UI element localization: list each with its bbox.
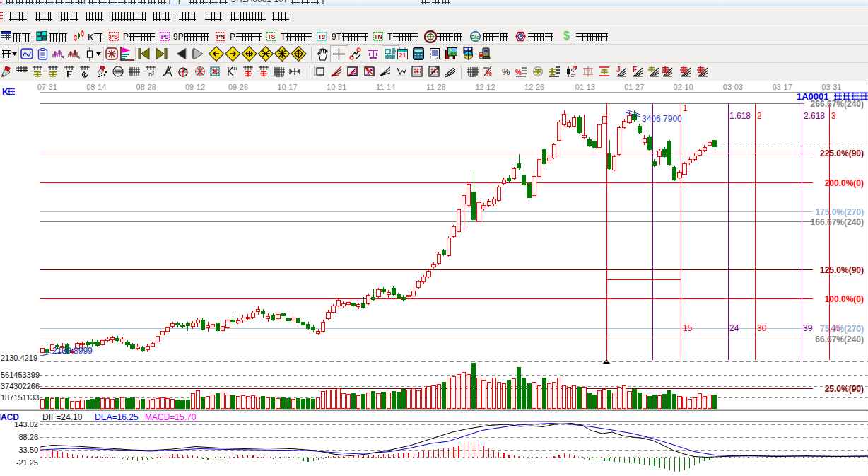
svg-text:Big: Big <box>471 34 480 40</box>
svg-text:1.618: 1.618 <box>729 111 751 121</box>
svg-text:01-27: 01-27 <box>624 83 644 91</box>
svg-text:%: % <box>515 69 522 76</box>
svg-text:10-31: 10-31 <box>327 83 346 91</box>
svg-text:09-12: 09-12 <box>185 83 205 91</box>
svg-text:%: % <box>486 69 492 77</box>
svg-text:75.0%(270): 75.0%(270) <box>820 324 864 334</box>
svg-text:11-28: 11-28 <box>426 83 445 91</box>
svg-text:03-03: 03-03 <box>723 83 743 91</box>
svg-text:2: 2 <box>757 111 762 121</box>
svg-text:3: 3 <box>61 55 64 60</box>
svg-text:09-26: 09-26 <box>228 83 248 91</box>
svg-text:PN: PN <box>216 33 225 40</box>
svg-text:39: 39 <box>803 323 813 333</box>
svg-text:88.26: 88.26 <box>18 433 38 441</box>
svg-text:08-14: 08-14 <box>86 83 106 91</box>
svg-text:DIF=24.10: DIF=24.10 <box>42 412 83 422</box>
svg-text:PS: PS <box>110 33 118 40</box>
svg-text:175.0%(270): 175.0%(270) <box>815 207 864 217</box>
svg-text:123: 123 <box>469 74 477 78</box>
svg-text:01-13: 01-13 <box>575 83 595 91</box>
svg-text:%: % <box>502 66 510 77</box>
svg-text:225.0%(90): 225.0%(90) <box>820 149 864 158</box>
svg-text:MACD=15.70: MACD=15.70 <box>145 412 197 422</box>
svg-text:9: 9 <box>77 55 80 60</box>
svg-text:n²: n² <box>148 71 154 78</box>
svg-text:143.02: 143.02 <box>14 420 38 429</box>
svg-text:03-17: 03-17 <box>773 83 792 91</box>
svg-text:3: 3 <box>831 111 836 121</box>
svg-text:1A0001: 1A0001 <box>797 91 829 102</box>
svg-text:100.0%(0): 100.0%(0) <box>825 294 864 304</box>
svg-text:11-14: 11-14 <box>376 83 395 91</box>
svg-text:F: F <box>633 66 637 74</box>
svg-text:561453399: 561453399 <box>1 371 40 379</box>
svg-text:DEA=16.25: DEA=16.25 <box>95 412 139 422</box>
svg-text:374302266: 374302266 <box>1 382 40 390</box>
svg-text:33.50: 33.50 <box>18 446 38 454</box>
svg-text:02-10: 02-10 <box>674 83 693 91</box>
svg-text:TN: TN <box>374 33 382 40</box>
svg-text:10-17: 10-17 <box>277 83 297 91</box>
svg-text:2.618: 2.618 <box>804 111 825 121</box>
svg-text:21: 21 <box>399 52 406 59</box>
svg-text:-21.25: -21.25 <box>16 458 38 467</box>
svg-text:66.67%(240): 66.67%(240) <box>815 335 864 344</box>
svg-text:12-12: 12-12 <box>475 83 495 91</box>
svg-text:24: 24 <box>729 323 739 333</box>
svg-text:2130.4219: 2130.4219 <box>1 354 37 362</box>
svg-text:12-26: 12-26 <box>524 83 544 91</box>
svg-text:125.0%(90): 125.0%(90) <box>820 265 864 275</box>
svg-text:166.67%(240): 166.67%(240) <box>811 217 864 227</box>
svg-text:187151133: 187151133 <box>1 393 39 402</box>
svg-text:1: 1 <box>683 103 688 113</box>
svg-text:07-31: 07-31 <box>37 83 57 91</box>
svg-text:30: 30 <box>757 323 767 333</box>
svg-text:08-28: 08-28 <box>136 83 156 91</box>
svg-text:03-31: 03-31 <box>821 83 841 91</box>
svg-text:K: K <box>2 87 8 97</box>
svg-text:15: 15 <box>683 323 693 333</box>
svg-text:123: 123 <box>276 74 283 78</box>
svg-text:25.0%(90): 25.0%(90) <box>825 384 864 394</box>
svg-text:TS: TS <box>268 33 276 40</box>
svg-text:3406.7900: 3406.7900 <box>642 114 682 124</box>
svg-text:P9: P9 <box>161 33 169 40</box>
svg-text:←2130.8999: ←2130.8999 <box>44 346 93 356</box>
svg-text:200.0%(0): 200.0%(0) <box>825 178 864 188</box>
svg-text:T9: T9 <box>318 33 325 40</box>
svg-text:J: J <box>616 66 621 74</box>
